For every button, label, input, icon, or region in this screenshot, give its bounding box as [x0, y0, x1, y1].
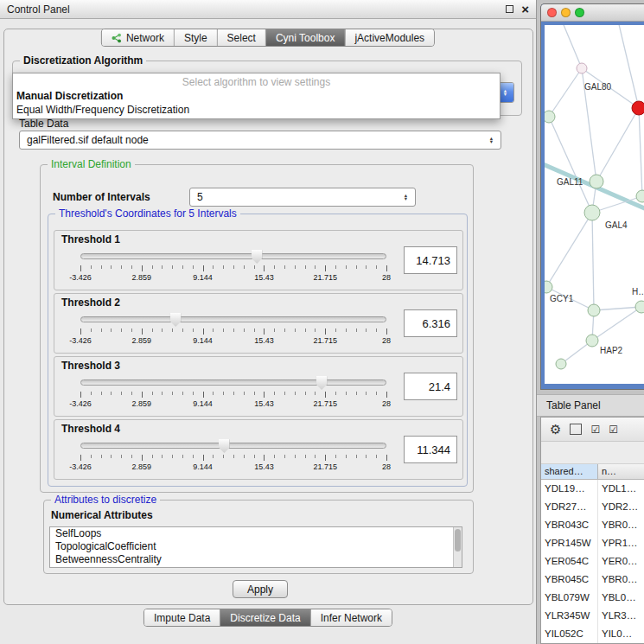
slider-thumb[interactable] — [219, 439, 230, 453]
window-controls: × — [506, 5, 529, 14]
network-edge[interactable] — [592, 213, 594, 310]
threshold-slider[interactable]: -3.4262.8599.14415.4321.71528 — [63, 373, 395, 414]
tab-jactivemodules[interactable]: jActiveModules — [345, 29, 434, 46]
control-panel-titlebar[interactable]: Control Panel × — [0, 0, 536, 19]
table-cell-name: YER0… — [598, 552, 644, 571]
tab-impute-data[interactable]: Impute Data — [144, 609, 220, 626]
table-row[interactable]: YLR345WYLR3… — [541, 607, 644, 625]
ruler-tick — [101, 455, 102, 458]
attributes-list[interactable]: SelfLoopsTopologicalCoefficientBetweenne… — [49, 526, 462, 568]
ruler-tick — [213, 455, 214, 458]
ruler-tick — [213, 265, 214, 269]
ruler-tick — [91, 455, 92, 458]
threshold-value-field[interactable]: 11.344 — [404, 436, 457, 463]
ruler-tick — [356, 265, 357, 269]
network-node[interactable] — [635, 301, 644, 313]
network-window-titlebar[interactable] — [541, 4, 644, 22]
list-scrollbar[interactable] — [453, 527, 462, 567]
network-node[interactable] — [586, 335, 598, 347]
slider-thumb[interactable] — [252, 250, 263, 264]
network-node[interactable] — [577, 63, 587, 73]
network-node[interactable] — [545, 111, 555, 123]
network-edge[interactable] — [596, 108, 639, 182]
minimize-traffic-light[interactable] — [561, 8, 571, 17]
table-data-combobox-value: galFiltered.sif default node — [20, 134, 485, 146]
table-row[interactable]: YBR045CYBR0… — [541, 571, 644, 589]
tab-infer-network[interactable]: Infer Network — [311, 609, 392, 626]
network-edge[interactable] — [594, 307, 641, 310]
checkbox-icon[interactable]: ☑ — [609, 424, 618, 435]
column-header-shared-name[interactable]: shared… — [541, 464, 598, 479]
slider-thumb[interactable] — [316, 376, 328, 390]
table-row[interactable]: YDR27…YDR2… — [541, 498, 644, 516]
tab-cyni-toolbox[interactable]: Cyni Toolbox — [266, 29, 345, 46]
dropdown-option-manual-discretization[interactable]: Manual Discretization — [13, 89, 500, 103]
checkbox-icon[interactable]: ☑ — [590, 424, 600, 435]
slider-track[interactable] — [80, 379, 386, 386]
threshold-value-field[interactable]: 21.4 — [404, 373, 457, 400]
list-item[interactable]: BetweennessCentrality — [50, 553, 462, 566]
network-edge[interactable] — [639, 108, 642, 196]
apply-button[interactable]: Apply — [233, 580, 288, 598]
table-row[interactable]: YIL052CYIL0… — [541, 625, 644, 643]
close-traffic-light[interactable] — [547, 8, 557, 17]
table-row[interactable]: YDL19…YDL1… — [541, 480, 644, 498]
float-window-icon[interactable] — [506, 5, 513, 13]
combobox-stepper[interactable]: ▴ ▾ — [399, 194, 412, 201]
table-row[interactable]: YBR043CYBR0… — [541, 516, 644, 534]
network-node[interactable] — [545, 281, 552, 293]
network-node[interactable] — [584, 205, 600, 220]
close-window-icon[interactable]: × — [521, 5, 529, 14]
threshold-slider[interactable]: -3.4262.8599.14415.4321.71528 — [63, 309, 395, 351]
network-edge[interactable] — [562, 25, 582, 68]
tab-network[interactable]: Network — [102, 29, 175, 46]
ruler-tick — [284, 392, 285, 395]
threshold-slider[interactable]: -3.4262.8599.14415.4321.71528 — [63, 246, 395, 288]
network-node[interactable] — [590, 175, 603, 188]
list-item[interactable]: TopologicalCoefficient — [50, 540, 462, 553]
scale-label: 28 — [382, 399, 391, 408]
slider-track[interactable] — [80, 316, 386, 322]
gear-icon[interactable]: ⚙ — [550, 423, 561, 436]
network-graph: GAL80GAL11GAL4GCY1HAP2H… — [545, 25, 644, 386]
threshold-value-field[interactable]: 6.316 — [404, 309, 457, 337]
slider-track[interactable] — [80, 443, 386, 449]
network-edge[interactable] — [549, 117, 592, 213]
tab-style[interactable]: Style — [175, 29, 218, 46]
scrollbar-thumb[interactable] — [455, 529, 461, 552]
number-of-intervals-label: Number of Intervals — [53, 191, 150, 203]
network-edge[interactable] — [546, 213, 592, 287]
network-canvas[interactable]: GAL80GAL11GAL4GCY1HAP2H… — [545, 25, 644, 384]
combobox-stepper[interactable]: ▴ ▾ — [485, 137, 498, 144]
ruler-tick — [376, 392, 377, 395]
tab-label: Discretize Data — [230, 612, 300, 624]
table-data-combobox[interactable]: galFiltered.sif default node ▴ ▾ — [19, 131, 501, 150]
table-row[interactable]: YBL079WYBL0… — [541, 589, 644, 607]
network-node[interactable] — [588, 304, 600, 316]
network-edge[interactable] — [549, 68, 582, 117]
number-of-intervals-combobox[interactable]: 5 ▴ ▾ — [189, 188, 416, 207]
dropdown-option-equal-width-frequency-discretization[interactable]: Equal Width/Frequency Discretization — [13, 103, 500, 117]
ruler-tick — [111, 328, 112, 332]
slider-track[interactable] — [80, 253, 386, 259]
network-node[interactable] — [636, 190, 644, 202]
tab-discretize-data[interactable]: Discretize Data — [220, 609, 310, 626]
list-item[interactable]: SelfLoops — [50, 527, 462, 540]
table-row[interactable]: YER054CYER0… — [541, 552, 644, 571]
table-toolbar: ⚙ ☑ ☑ — [541, 418, 644, 442]
columns-icon[interactable] — [570, 424, 582, 435]
network-node[interactable] — [556, 359, 566, 369]
threshold-slider[interactable]: -3.4262.8599.14415.4321.71528 — [63, 436, 395, 477]
threshold-value-field[interactable]: 14.713 — [404, 246, 457, 274]
scale-label: 9.144 — [193, 336, 213, 345]
dropdown-placeholder-option[interactable]: Select algorithm to view settings — [13, 75, 500, 89]
network-node[interactable] — [632, 101, 644, 115]
column-header-name[interactable]: n… — [598, 464, 644, 479]
table-cell-name: YPR1… — [598, 534, 644, 552]
table-row[interactable]: YPR145WYPR1… — [541, 534, 644, 552]
zoom-traffic-light[interactable] — [575, 8, 584, 17]
scale-label: 28 — [382, 462, 391, 471]
slider-thumb[interactable] — [170, 313, 182, 327]
table-body: YDL19…YDL1…YDR27…YDR2…YBR043CYBR0…YPR145… — [541, 480, 644, 643]
tab-select[interactable]: Select — [218, 29, 266, 46]
